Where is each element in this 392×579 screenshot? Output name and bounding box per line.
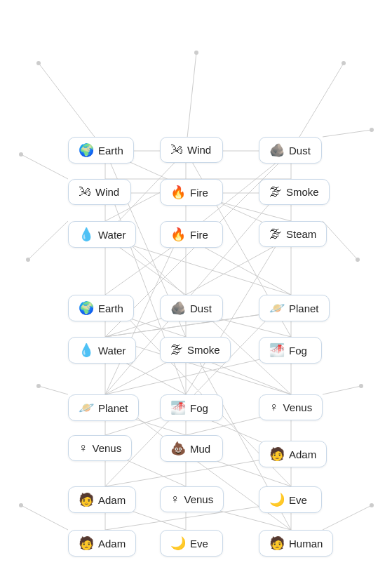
element-card-water2[interactable]: 💧Water <box>68 337 136 364</box>
card-emoji: 🌬 <box>170 142 183 157</box>
card-label: Smoke <box>187 344 220 356</box>
card-label: Dust <box>190 302 212 314</box>
card-label: Water <box>98 229 126 241</box>
element-card-eve1[interactable]: 🌙Eve <box>259 486 322 513</box>
card-emoji: 💧 <box>79 227 94 242</box>
element-card-venus1[interactable]: ♀Venus <box>259 394 323 420</box>
card-emoji: 🔥 <box>170 185 186 200</box>
card-emoji: 🧑 <box>79 535 94 551</box>
element-card-steam1[interactable]: 🌫Steam <box>259 221 327 247</box>
card-label: Fire <box>190 229 208 241</box>
element-card-planet1[interactable]: 🪐Planet <box>259 295 330 321</box>
card-emoji: 🌫 <box>170 342 183 357</box>
card-emoji: 🌫 <box>269 227 282 241</box>
card-emoji: 🪨 <box>269 142 285 158</box>
card-emoji: 🧑 <box>269 535 285 551</box>
card-label: Planet <box>98 402 128 414</box>
element-card-dust1[interactable]: 🪨Dust <box>259 137 322 164</box>
card-emoji: ♀ <box>269 400 279 415</box>
card-label: Earth <box>98 302 123 314</box>
element-card-adam2[interactable]: 🧑Adam <box>68 486 136 513</box>
card-emoji: ♀ <box>79 441 88 455</box>
element-card-wind2[interactable]: 🌬Wind <box>68 179 131 205</box>
card-label: Smoke <box>286 186 319 198</box>
card-emoji: 🪨 <box>170 300 186 316</box>
card-emoji: 🧑 <box>79 492 94 507</box>
card-label: Eve <box>289 494 307 506</box>
card-label: Human <box>289 538 323 550</box>
card-label: Eve <box>190 538 208 550</box>
element-card-earth1[interactable]: 🌍Earth <box>68 137 134 164</box>
card-emoji: 🌬 <box>79 185 91 199</box>
element-card-wind1[interactable]: 🌬Wind <box>160 137 223 163</box>
card-emoji: 💩 <box>170 441 186 456</box>
card-emoji: 🪐 <box>79 400 94 415</box>
card-label: Water <box>98 345 126 357</box>
card-emoji: 💧 <box>79 342 94 358</box>
card-emoji: 🌙 <box>170 535 186 551</box>
card-label: Wind <box>187 144 211 156</box>
card-label: Fire <box>190 187 208 199</box>
card-emoji: 🌫 <box>269 185 282 199</box>
card-emoji: 🌁 <box>269 342 285 358</box>
element-card-human1[interactable]: 🧑Human <box>259 530 333 557</box>
card-emoji: ♀ <box>170 492 180 507</box>
card-label: Fog <box>190 402 208 414</box>
element-card-fog1[interactable]: 🌁Fog <box>259 337 322 364</box>
card-emoji: 🌍 <box>79 142 94 158</box>
element-card-venus2[interactable]: ♀Venus <box>68 435 132 461</box>
card-label: Venus <box>184 493 214 505</box>
cards-layer: 🌍Earth🌬Wind🪨Dust🌬Wind🔥Fire🌫Smoke💧Water🔥F… <box>0 0 392 579</box>
card-label: Wind <box>95 186 119 198</box>
element-card-earth2[interactable]: 🌍Earth <box>68 295 134 321</box>
element-card-adam1[interactable]: 🧑Adam <box>259 441 327 467</box>
card-label: Steam <box>286 228 316 240</box>
element-card-fire1[interactable]: 🔥Fire <box>160 179 223 206</box>
element-card-venus3[interactable]: ♀Venus <box>160 486 224 512</box>
card-label: Mud <box>190 443 210 455</box>
card-label: Adam <box>289 448 316 460</box>
card-label: Dust <box>289 145 311 157</box>
element-card-planet2[interactable]: 🪐Planet <box>68 394 139 421</box>
card-label: Adam <box>98 538 126 550</box>
card-label: Planet <box>289 302 319 314</box>
element-card-water1[interactable]: 💧Water <box>68 221 136 248</box>
element-card-fire2[interactable]: 🔥Fire <box>160 221 223 248</box>
card-emoji: 🌁 <box>170 400 186 415</box>
element-card-eve2[interactable]: 🌙Eve <box>160 530 223 557</box>
card-emoji: 🌙 <box>269 492 285 507</box>
card-label: Venus <box>93 442 122 454</box>
element-card-adam3[interactable]: 🧑Adam <box>68 530 136 557</box>
card-label: Adam <box>98 494 126 506</box>
card-label: Fog <box>289 345 307 357</box>
element-card-smoke1[interactable]: 🌫Smoke <box>259 179 330 205</box>
card-label: Earth <box>98 145 123 157</box>
card-emoji: 🪐 <box>269 300 285 316</box>
card-emoji: 🧑 <box>269 446 285 462</box>
card-emoji: 🔥 <box>170 227 186 242</box>
element-card-fog2[interactable]: 🌁Fog <box>160 394 223 421</box>
element-card-dust2[interactable]: 🪨Dust <box>160 295 223 321</box>
card-label: Venus <box>283 401 313 413</box>
card-emoji: 🌍 <box>79 300 94 316</box>
element-card-mud1[interactable]: 💩Mud <box>160 435 223 462</box>
element-card-smoke2[interactable]: 🌫Smoke <box>160 337 231 363</box>
